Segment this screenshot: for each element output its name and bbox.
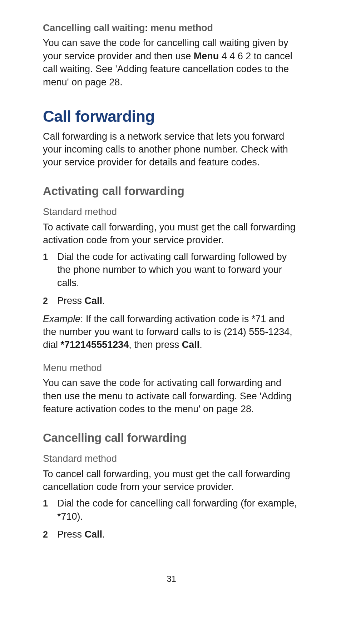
text: . [102, 295, 105, 306]
list-item: 2 Press Call. [43, 294, 300, 307]
text: Press [57, 295, 85, 306]
list-item: 1 Dial the code for activating call forw… [43, 250, 300, 289]
page-number: 31 [43, 573, 300, 585]
example-label: Example [43, 314, 80, 324]
text: . [199, 339, 202, 350]
para-example: Example: If the call forwarding activati… [43, 313, 300, 351]
para-activate-intro: To activate call forwarding, you must ge… [43, 221, 300, 247]
call-label: Call [85, 529, 103, 540]
step-number: 1 [43, 251, 48, 263]
heading-activating-cf: Activating call forwarding [43, 183, 300, 199]
step-text: Dial the code for activating call forwar… [57, 251, 287, 288]
heading-cancel-call-waiting-menu: Cancelling call waiting: menu method [43, 21, 300, 34]
heading-call-forwarding: Call forwarding [43, 106, 300, 127]
step-text: Dial the code for cancelling call forwar… [57, 498, 297, 521]
list-item: 1 Dial the code for cancelling call forw… [43, 497, 300, 523]
text: . [102, 529, 105, 540]
activate-steps: 1 Dial the code for activating call forw… [43, 250, 300, 308]
cancel-steps: 1 Dial the code for cancelling call forw… [43, 497, 300, 541]
step-number: 2 [43, 529, 48, 541]
step-text: Press Call. [57, 295, 105, 306]
heading-menu-method: Menu method [43, 361, 300, 374]
menu-label: Menu [194, 51, 219, 61]
heading-cancelling-cf: Cancelling call forwarding [43, 430, 300, 446]
page-content: Cancelling call waiting: menu method You… [0, 0, 341, 585]
list-item: 2 Press Call. [43, 528, 300, 541]
call-label: Call [182, 339, 200, 350]
para-cancel-call-waiting: You can save the code for cancelling cal… [43, 36, 300, 89]
heading-cancel-standard: Standard method [43, 452, 300, 465]
text: , then press [129, 339, 182, 350]
para-cancel-intro: To cancel call forwarding, you must get … [43, 468, 300, 494]
call-label: Call [85, 295, 103, 306]
step-text: Press Call. [57, 529, 105, 540]
heading-text: Cancelling call waiting [43, 23, 145, 33]
para-menu-method: You can save the code for activating cal… [43, 376, 300, 415]
heading-standard-method: Standard method [43, 205, 300, 218]
heading-colon: : [145, 23, 150, 33]
text: Press [57, 529, 85, 540]
step-number: 2 [43, 295, 48, 307]
para-call-forwarding-intro: Call forwarding is a network service tha… [43, 130, 300, 169]
step-number: 1 [43, 498, 48, 510]
example-code: *712145551234 [61, 339, 129, 350]
heading-suffix: menu method [150, 23, 213, 33]
